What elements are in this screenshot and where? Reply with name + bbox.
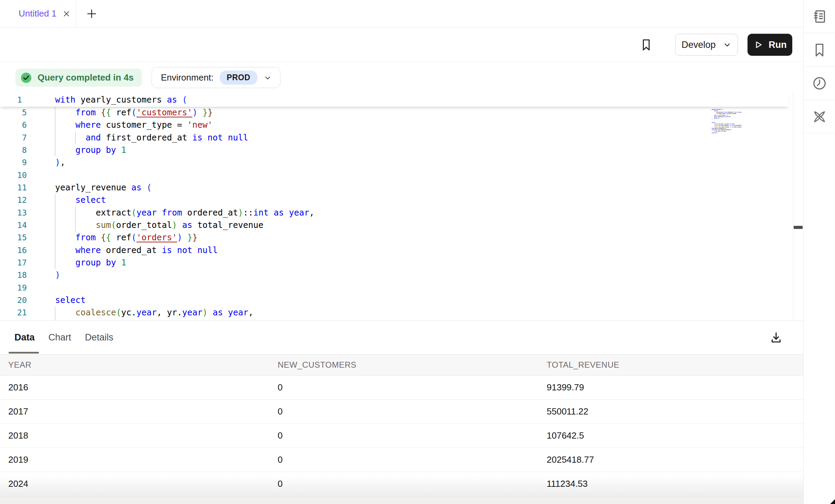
table-cell[interactable]: 111234.53 bbox=[538, 472, 803, 496]
results-tbody: 2016091399.7920170550011.2220180107642.5… bbox=[0, 375, 803, 496]
notebook-icon bbox=[812, 9, 827, 24]
chevron-down-icon bbox=[264, 74, 272, 82]
query-status-text: Query completed in 4s bbox=[38, 72, 134, 83]
results-table-area: YEAR NEW_CUSTOMERS TOTAL_REVENUE 2016091… bbox=[0, 355, 803, 496]
table-row[interactable]: 201902025418.77 bbox=[0, 448, 803, 472]
table-cell[interactable]: 2017 bbox=[0, 399, 269, 423]
download-icon[interactable] bbox=[769, 330, 783, 345]
scrollbar-cursor-marker bbox=[794, 226, 803, 229]
tab-details[interactable]: Details bbox=[85, 332, 114, 343]
compass-icon bbox=[812, 109, 827, 125]
bookmark-icon bbox=[812, 42, 827, 58]
query-status-pill: Query completed in 4s bbox=[16, 69, 142, 87]
horizontal-scrollbar-track[interactable] bbox=[0, 496, 803, 504]
tab-data[interactable]: Data bbox=[14, 332, 35, 343]
run-label: Run bbox=[769, 40, 786, 50]
history-icon bbox=[812, 75, 827, 91]
indent-guide bbox=[75, 132, 76, 144]
editor-scroll-lines: 5 from {{ ref('customers') }}6 where cus… bbox=[0, 106, 789, 321]
column-header-year[interactable]: YEAR bbox=[0, 355, 269, 375]
check-circle-icon bbox=[20, 72, 32, 84]
environment-selector[interactable]: Environment: PROD bbox=[152, 67, 280, 88]
table-cell[interactable]: 2018 bbox=[0, 423, 269, 448]
run-button[interactable]: Run bbox=[748, 34, 792, 56]
sticky-scroll-line: 1with yearly_customers as ( bbox=[0, 94, 789, 107]
column-header-total-revenue[interactable]: TOTAL_REVENUE bbox=[538, 355, 803, 375]
bookmark-icon[interactable] bbox=[639, 38, 653, 52]
tab-untitled-1[interactable]: Untitled 1 bbox=[0, 0, 76, 27]
tab-bar: Untitled 1 bbox=[0, 0, 803, 28]
table-cell[interactable]: 2016 bbox=[0, 375, 269, 399]
column-header-new-customers[interactable]: NEW_CUSTOMERS bbox=[269, 355, 538, 375]
develop-label: Develop bbox=[681, 40, 715, 50]
indent-guide bbox=[55, 106, 55, 156]
table-cell[interactable]: 2024 bbox=[0, 472, 269, 496]
indent-guide bbox=[75, 207, 76, 232]
table-cell[interactable]: 0 bbox=[269, 472, 538, 496]
table-cell[interactable]: 2019 bbox=[0, 448, 269, 472]
results-tab-bar: Data Chart Details bbox=[0, 321, 803, 355]
sidebar-item-explore[interactable] bbox=[804, 100, 835, 133]
table-row[interactable]: 20180107642.5 bbox=[0, 423, 803, 448]
table-row[interactable]: 2016091399.79 bbox=[0, 375, 803, 399]
table-cell[interactable]: 107642.5 bbox=[538, 423, 803, 448]
sidebar-item-history[interactable] bbox=[804, 67, 835, 100]
table-cell[interactable]: 91399.79 bbox=[538, 375, 803, 399]
play-icon bbox=[753, 40, 763, 50]
status-row: Query completed in 4s Environment: PROD bbox=[0, 62, 803, 93]
editor-scrollbar[interactable] bbox=[793, 93, 803, 321]
active-tab-underline bbox=[9, 352, 39, 354]
tab-label: Untitled 1 bbox=[19, 8, 56, 19]
table-cell[interactable]: 0 bbox=[269, 448, 538, 472]
chevron-down-icon bbox=[723, 40, 732, 49]
table-cell[interactable]: 0 bbox=[269, 423, 538, 448]
indent-guide bbox=[55, 194, 55, 269]
toolbar: Develop Run bbox=[0, 28, 803, 62]
indent-guide bbox=[55, 306, 55, 321]
environment-badge: PROD bbox=[220, 71, 257, 85]
table-cell[interactable]: 2025418.77 bbox=[538, 448, 803, 472]
table-cell[interactable]: 550011.22 bbox=[538, 399, 803, 423]
new-tab-button[interactable] bbox=[86, 8, 97, 20]
window-resize-grip[interactable] bbox=[830, 499, 835, 504]
table-row[interactable]: 20170550011.22 bbox=[0, 399, 803, 423]
close-icon[interactable] bbox=[62, 9, 71, 18]
results-table: YEAR NEW_CUSTOMERS TOTAL_REVENUE 2016091… bbox=[0, 355, 803, 496]
sidebar-item-bookmarks[interactable] bbox=[804, 33, 835, 67]
table-cell[interactable]: 0 bbox=[269, 375, 538, 399]
right-sidebar bbox=[803, 0, 835, 504]
table-row[interactable]: 20240111234.53 bbox=[0, 472, 803, 496]
table-cell[interactable]: 0 bbox=[269, 399, 538, 423]
main-area: Untitled 1 Develop Run Query completed i… bbox=[0, 0, 803, 504]
tab-chart[interactable]: Chart bbox=[49, 332, 71, 343]
develop-dropdown[interactable]: Develop bbox=[675, 34, 738, 56]
sidebar-item-notebook[interactable] bbox=[804, 0, 835, 33]
table-header-row: YEAR NEW_CUSTOMERS TOTAL_REVENUE bbox=[0, 355, 803, 375]
environment-label: Environment: bbox=[161, 72, 214, 83]
sql-editor[interactable]: 5 from {{ ref('customers') }}6 where cus… bbox=[0, 93, 803, 321]
